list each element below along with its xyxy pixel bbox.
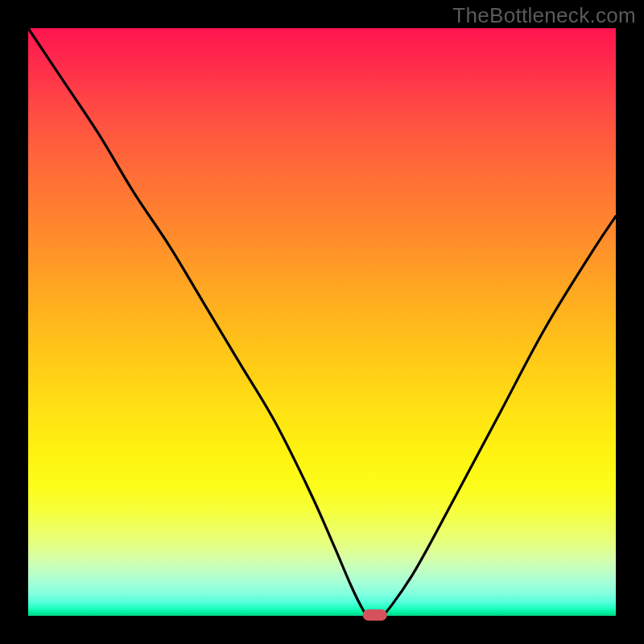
optimal-point-marker <box>363 609 387 621</box>
plot-area <box>28 28 616 616</box>
chart-frame: TheBottleneck.com <box>0 0 644 644</box>
curve-layer <box>28 28 616 616</box>
watermark-text: TheBottleneck.com <box>452 3 636 28</box>
bottleneck-curve <box>28 28 616 617</box>
